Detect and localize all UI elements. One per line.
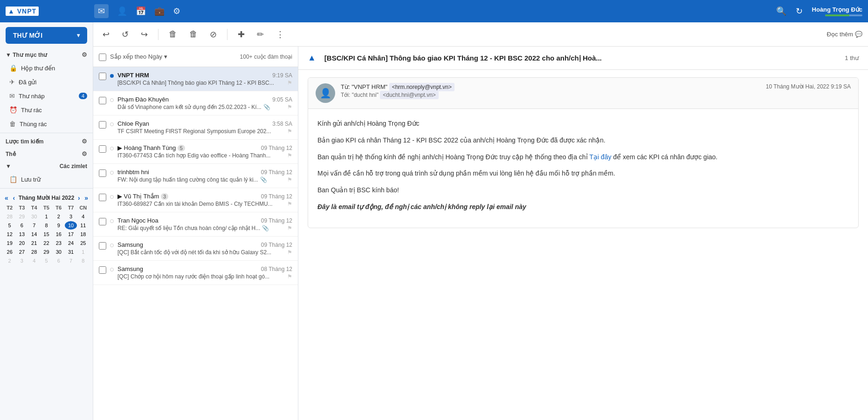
cal-date[interactable]: 28 <box>28 248 40 256</box>
cal-next-icon[interactable]: › <box>77 194 81 202</box>
cal-date[interactable]: 9 <box>53 221 64 230</box>
sidebar-item-trash[interactable]: 🗑 Thùng rác <box>0 117 93 131</box>
email-checkbox[interactable] <box>99 145 106 153</box>
cal-date[interactable]: 17 <box>65 230 76 238</box>
expand-icon[interactable]: ▲ <box>308 53 316 63</box>
flag-icon[interactable]: ⚑ <box>287 225 292 231</box>
email-checkbox[interactable] <box>99 194 106 201</box>
cal-date[interactable]: 14 <box>28 230 40 238</box>
sidebar-item-archive[interactable]: 📋 Lưu trữ <box>0 172 93 186</box>
delete-button[interactable]: 🗑 <box>186 27 201 42</box>
email-checkbox[interactable] <box>99 266 106 274</box>
tag-settings-icon[interactable]: ⚙ <box>82 150 87 157</box>
cal-date[interactable]: 13 <box>16 230 28 238</box>
tag-button[interactable]: ✏ <box>253 27 268 42</box>
email-checkbox[interactable] <box>99 242 106 250</box>
flag-icon[interactable]: ⚑ <box>287 128 292 135</box>
cal-date[interactable]: 30 <box>28 212 40 221</box>
email-checkbox[interactable] <box>99 97 106 104</box>
cal-prev-prev-icon[interactable]: « <box>4 194 9 202</box>
email-item[interactable]: ▶ Vũ Thị Thắm 3 09 Tháng 12 IT360-689827… <box>93 188 298 212</box>
sliders-nav-icon[interactable]: ⚙ <box>173 6 180 16</box>
contacts-nav-icon[interactable]: 👤 <box>117 6 127 16</box>
compose-button[interactable]: THƯ MỚI ▾ <box>6 27 87 44</box>
cal-date[interactable]: 11 <box>77 221 89 230</box>
cal-date[interactable]: 21 <box>28 239 40 247</box>
cal-date[interactable]: 30 <box>53 248 64 256</box>
sidebar-item-spam[interactable]: ⏰ Thư rác <box>0 103 93 117</box>
cal-date[interactable]: 4 <box>77 212 89 221</box>
cal-date[interactable]: 29 <box>41 248 52 256</box>
cal-date[interactable]: 31 <box>65 248 76 256</box>
email-item[interactable]: ▶ Hoàng Thanh Tùng 5 09 Tháng 12 IT360-6… <box>93 140 298 164</box>
cal-prev-icon[interactable]: ‹ <box>12 194 16 202</box>
sidebar-item-inbox[interactable]: 🔒 Hộp thư đến <box>0 61 93 75</box>
email-item[interactable]: Phạm Đào Khuyên 9:05 SA Dải số Vinaphone… <box>93 91 298 115</box>
calendar-nav-icon[interactable]: 📅 <box>136 6 146 16</box>
cal-date[interactable]: 3 <box>65 212 76 221</box>
cal-date[interactable]: 23 <box>53 239 64 247</box>
email-item[interactable]: Samsung 08 Tháng 12 [QC] Chớp cơ hội hôm… <box>93 261 298 285</box>
cal-date[interactable]: 28 <box>4 212 15 221</box>
cal-date[interactable]: 1 <box>77 248 89 256</box>
select-all-checkbox[interactable] <box>99 54 106 61</box>
cal-date[interactable]: 7 <box>28 221 40 230</box>
flag-icon[interactable]: ⚑ <box>287 104 292 110</box>
search-icon[interactable]: 🔍 <box>776 6 786 16</box>
email-checkbox[interactable] <box>99 73 106 80</box>
reply-button[interactable]: ↩ <box>99 27 113 42</box>
email-item[interactable]: Tran Ngoc Hoa 09 Tháng 12 RE: Giải quyết… <box>93 212 298 237</box>
folder-settings-icon[interactable]: ⚙ <box>82 51 87 58</box>
search-settings-icon[interactable]: ⚙ <box>82 138 87 145</box>
email-item[interactable]: Chloe Ryan 3:58 SA TF CSIRT Meeting FIRS… <box>93 115 298 140</box>
cal-date[interactable]: 12 <box>4 230 15 238</box>
cal-date[interactable]: 2 <box>53 212 64 221</box>
folder-section-header[interactable]: ▼ Thư mục thư ⚙ <box>0 48 93 61</box>
flag-icon[interactable]: ⚑ <box>287 201 292 207</box>
email-item[interactable]: trinhbtm hni 09 Tháng 12 FW: Nội dung tậ… <box>93 164 298 188</box>
move-button[interactable]: ✚ <box>234 27 248 42</box>
flag-icon[interactable]: ⚑ <box>287 249 292 256</box>
read-more-button[interactable]: Đọc thêm 💬 <box>827 31 862 38</box>
cal-date[interactable]: 5 <box>41 257 52 265</box>
zimlet-section-header[interactable]: ▼ Các zimlet <box>0 160 93 172</box>
cal-date[interactable]: 20 <box>16 239 28 247</box>
cal-date-today[interactable]: 10 <box>65 221 76 230</box>
cal-date[interactable]: 15 <box>41 230 52 238</box>
cal-date[interactable]: 8 <box>41 221 52 230</box>
email-item[interactable]: Samsung 09 Tháng 12 [QC] Bắt cảnh tốc độ… <box>93 237 298 261</box>
archive-button[interactable]: 🗑 <box>165 27 181 42</box>
cal-date[interactable]: 18 <box>77 230 89 238</box>
cal-date[interactable]: 24 <box>65 239 76 247</box>
cal-date[interactable]: 22 <box>41 239 52 247</box>
briefcase-nav-icon[interactable]: 💼 <box>154 6 165 16</box>
tag-section-header[interactable]: Thẻ ⚙ <box>0 148 93 160</box>
cal-date[interactable]: 4 <box>28 257 40 265</box>
cal-date[interactable]: 25 <box>77 239 89 247</box>
sort-button[interactable]: Sắp xếp theo Ngày ▾ <box>110 53 167 60</box>
email-checkbox[interactable] <box>99 121 106 129</box>
cal-date[interactable]: 29 <box>16 212 28 221</box>
cal-date[interactable]: 27 <box>16 248 28 256</box>
cal-date[interactable]: 19 <box>4 239 15 247</box>
sidebar-item-sent[interactable]: ✈ Đã gửi <box>0 75 93 89</box>
here-link[interactable]: Tại đây <box>589 153 611 161</box>
more-button[interactable]: ⋮ <box>272 27 288 42</box>
sidebar-item-drafts[interactable]: ✉ Thư nháp 4 <box>0 89 93 103</box>
email-nav-icon[interactable]: ✉ <box>94 4 109 18</box>
cal-date[interactable]: 8 <box>77 257 89 265</box>
cal-date[interactable]: 5 <box>4 221 15 230</box>
flag-icon[interactable]: ⚑ <box>287 80 292 86</box>
cal-date[interactable]: 16 <box>53 230 64 238</box>
cal-date[interactable]: 1 <box>41 212 52 221</box>
cal-date[interactable]: 6 <box>16 221 28 230</box>
forward-button[interactable]: ↪ <box>137 27 152 42</box>
email-checkbox[interactable] <box>99 218 106 225</box>
cal-date[interactable]: 26 <box>4 248 15 256</box>
reply-all-button[interactable]: ↺ <box>118 27 132 42</box>
cal-date[interactable]: 2 <box>4 257 15 265</box>
cal-date[interactable]: 3 <box>16 257 28 265</box>
cal-date[interactable]: 7 <box>65 257 76 265</box>
flag-icon[interactable]: ⚑ <box>287 152 292 159</box>
search-section-header[interactable]: Lược tìm kiếm ⚙ <box>0 135 93 148</box>
